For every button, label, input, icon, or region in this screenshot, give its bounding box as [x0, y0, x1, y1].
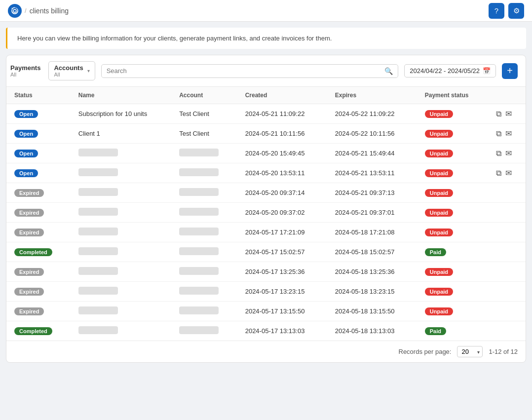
col-actions [488, 87, 526, 104]
accounts-chevron-icon: ▾ [87, 68, 90, 74]
table-row: Expired2024-05-20 09:37:022024-05-21 09:… [6, 203, 526, 223]
status-badge: Completed [14, 248, 52, 256]
row-account [171, 242, 237, 262]
row-payment-status: Unpaid [417, 144, 488, 163]
blurred-account [179, 208, 219, 216]
table-row: OpenClient 1Test Client2024-05-21 10:11:… [6, 124, 526, 144]
search-input[interactable] [107, 67, 382, 75]
mail-icon[interactable]: ✉ [505, 109, 512, 118]
blurred-name [78, 267, 118, 275]
row-expires: 2024-05-18 13:15:50 [327, 302, 417, 321]
blurred-account [179, 306, 219, 314]
info-banner: Here you can view the billing informatio… [6, 28, 526, 49]
row-payment-status: Unpaid [417, 124, 488, 144]
page-title: clients billing [30, 7, 69, 15]
row-expires: 2024-05-18 13:25:36 [327, 262, 417, 282]
records-per-page-select[interactable]: 20 50 100 [457, 346, 483, 357]
row-payment-status: Unpaid [417, 203, 488, 223]
row-account [171, 163, 237, 183]
status-badge: Expired [14, 229, 44, 236]
topbar-actions: ? ⚙ [489, 3, 524, 19]
row-name [71, 203, 171, 223]
blurred-name [78, 208, 118, 216]
row-created: 2024-05-20 09:37:02 [237, 203, 327, 223]
row-payment-status: Paid [417, 321, 488, 341]
row-name [71, 242, 171, 262]
blurred-name [78, 287, 118, 295]
date-range-button[interactable]: 2024/04/22 - 2024/05/22 📅 [404, 64, 496, 77]
row-created: 2024-05-20 13:53:11 [237, 163, 327, 183]
row-status: Expired [6, 302, 71, 321]
copy-icon[interactable]: ⧉ [496, 149, 501, 158]
mail-icon[interactable]: ✉ [505, 149, 512, 158]
mail-icon[interactable]: ✉ [505, 168, 512, 178]
row-expires: 2024-05-18 13:13:03 [327, 321, 417, 341]
help-button[interactable]: ? [489, 3, 504, 19]
records-per-page-label: Records per page: [399, 348, 452, 355]
status-badge: Completed [14, 327, 52, 335]
row-expires: 2024-05-18 17:21:08 [327, 223, 417, 242]
status-badge: Open [14, 150, 38, 157]
row-name [71, 262, 171, 282]
col-payment-status: Payment status [417, 87, 488, 104]
mail-icon[interactable]: ✉ [505, 129, 512, 138]
row-created: 2024-05-17 17:21:09 [237, 223, 327, 242]
table-row: Open2024-05-20 15:49:452024-05-21 15:49:… [6, 144, 526, 163]
payment-status-badge: Unpaid [425, 229, 453, 236]
row-name [71, 144, 171, 163]
row-account: Test Client [171, 104, 237, 124]
row-payment-status: Unpaid [417, 282, 488, 302]
row-actions: ⧉✉ [488, 124, 526, 144]
status-badge: Expired [14, 288, 44, 296]
row-actions [488, 223, 526, 242]
app-logo [8, 4, 22, 18]
status-badge: Expired [14, 189, 44, 197]
row-expires: 2024-05-22 11:09:22 [327, 104, 417, 124]
blurred-account [179, 228, 219, 235]
row-expires: 2024-05-22 10:11:56 [327, 124, 417, 144]
row-status: Completed [6, 321, 71, 341]
row-account [171, 144, 237, 163]
copy-icon[interactable]: ⧉ [496, 129, 501, 138]
pagination-label: 1-12 of 12 [489, 348, 518, 355]
payment-status-badge: Unpaid [425, 209, 453, 217]
col-created: Created [237, 87, 327, 104]
row-status: Expired [6, 203, 71, 223]
row-expires: 2024-05-21 09:37:01 [327, 203, 417, 223]
row-expires: 2024-05-21 15:49:44 [327, 144, 417, 163]
copy-icon[interactable]: ⧉ [496, 110, 501, 118]
help-icon: ? [494, 6, 498, 15]
topbar-left: / clients billing [8, 4, 69, 18]
action-icons-wrap: ⧉✉ [496, 168, 518, 178]
settings-button[interactable]: ⚙ [508, 3, 524, 19]
status-badge: Open [14, 130, 38, 138]
blurred-name [78, 149, 118, 156]
accounts-filter-button[interactable]: Accounts All ▾ [48, 61, 95, 80]
row-account [171, 302, 237, 321]
row-name [71, 321, 171, 341]
row-payment-status: Unpaid [417, 223, 488, 242]
date-range-label: 2024/04/22 - 2024/05/22 [410, 67, 480, 75]
toolbar: Payments ▾ Payments All Accounts All ▾ 🔍… [6, 55, 526, 87]
blurred-account [179, 267, 219, 275]
records-select-wrap: 20 50 100 [457, 346, 483, 357]
row-created: 2024-05-21 10:11:56 [237, 124, 327, 144]
row-actions [488, 242, 526, 262]
add-icon: + [507, 65, 513, 76]
row-status: Expired [6, 183, 71, 203]
payment-status-badge: Unpaid [425, 307, 453, 315]
row-payment-status: Unpaid [417, 163, 488, 183]
table-row: Completed2024-05-17 15:02:572024-05-18 1… [6, 242, 526, 262]
payment-status-badge: Unpaid [425, 288, 453, 296]
table-row: Open2024-05-20 13:53:112024-05-21 13:53:… [6, 163, 526, 183]
add-button[interactable]: + [502, 63, 518, 79]
row-payment-status: Unpaid [417, 183, 488, 203]
row-expires: 2024-05-18 13:23:15 [327, 282, 417, 302]
blurred-name [78, 326, 118, 334]
copy-icon[interactable]: ⧉ [496, 169, 501, 178]
row-expires: 2024-05-18 15:02:57 [327, 242, 417, 262]
action-icons-wrap: ⧉✉ [496, 149, 518, 158]
row-name [71, 183, 171, 203]
row-account [171, 321, 237, 341]
row-name: Subscription for 10 units [71, 104, 171, 124]
